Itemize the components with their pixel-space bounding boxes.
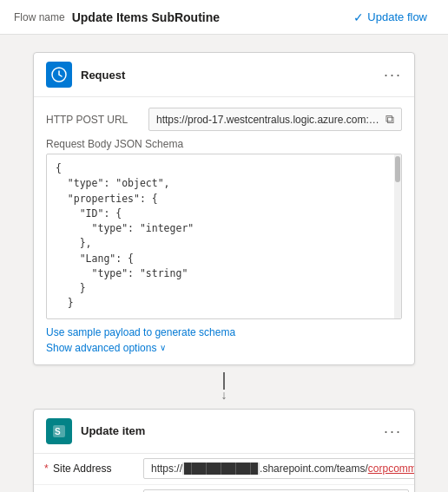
update-item-card-title: Update item: [81, 424, 145, 437]
json-schema-label: Request Body JSON Schema: [46, 138, 402, 150]
json-schema-box: { "type": "object", "properties": { "ID"…: [46, 154, 402, 319]
http-url-row: HTTP POST URL https://prod-17.westcentra…: [46, 108, 402, 131]
advanced-options-toggle[interactable]: Show advanced options ∨: [46, 342, 402, 354]
request-card-menu-icon[interactable]: ···: [384, 67, 402, 82]
connector-line: [223, 372, 225, 390]
json-scrollbar-thumb: [395, 156, 400, 182]
sample-payload-link[interactable]: Use sample payload to generate schema: [46, 326, 235, 338]
update-flow-label: Update flow: [367, 10, 427, 23]
header-left: Flow name Update Items SubRoutine: [14, 10, 220, 24]
form-field-label: * List Name: [34, 489, 138, 492]
form-field-label: * Site Address: [34, 457, 138, 480]
sharepoint-icon-svg: S: [51, 423, 67, 439]
update-item-card: S Update item ··· * Site Addresshttps://…: [33, 409, 415, 493]
json-content: { "type": "object", "properties": { "ID"…: [56, 161, 392, 312]
connector-arrow: ↓: [221, 365, 227, 409]
form-row: * Site Addresshttps://██████████.sharepo…: [34, 454, 414, 485]
form-row: * List NameMyCorp Tweets∨: [34, 485, 414, 493]
arrow-down-icon: ↓: [221, 388, 227, 402]
update-item-card-body: * Site Addresshttps://██████████.sharepo…: [34, 454, 414, 493]
request-card: Request ··· HTTP POST URL https://prod-1…: [33, 52, 415, 365]
update-item-card-header: S Update item ···: [34, 410, 414, 454]
app-header: Flow name Update Items SubRoutine ✓ Upda…: [0, 0, 448, 35]
request-card-title: Request: [81, 69, 125, 82]
flow-name-label: Flow name: [14, 11, 65, 23]
request-card-header-left: Request: [46, 62, 125, 88]
request-card-body: HTTP POST URL https://prod-17.westcentra…: [34, 97, 414, 364]
advanced-options-label: Show advanced options: [46, 342, 156, 354]
copy-icon[interactable]: ⧉: [385, 112, 394, 127]
http-url-value: https://prod-17.westcentralus.logic.azur…: [156, 114, 382, 126]
svg-text:S: S: [55, 427, 61, 436]
site-address-text: https://██████████.sharepoint.com/teams/…: [151, 462, 415, 475]
request-card-icon: [46, 62, 72, 88]
json-scrollbar[interactable]: [394, 154, 401, 318]
form-field-value-cell: https://██████████.sharepoint.com/teams/…: [138, 455, 415, 482]
request-card-header: Request ···: [34, 53, 414, 97]
dropdown-box[interactable]: https://██████████.sharepoint.com/teams/…: [143, 458, 415, 479]
canvas: Request ··· HTTP POST URL https://prod-1…: [0, 35, 448, 492]
update-flow-button[interactable]: ✓ Update flow: [346, 7, 434, 28]
checkmark-icon: ✓: [353, 10, 364, 24]
update-item-card-menu-icon[interactable]: ···: [384, 423, 402, 439]
http-url-value-box: https://prod-17.westcentralus.logic.azur…: [148, 108, 402, 131]
required-star: *: [44, 462, 51, 475]
request-icon-svg: [51, 67, 67, 82]
flow-title: Update Items SubRoutine: [72, 10, 220, 24]
sharepoint-icon: S: [46, 418, 72, 444]
chevron-down-icon: ∨: [160, 343, 166, 352]
form-field-value-cell: MyCorp Tweets∨: [138, 486, 414, 492]
http-url-label: HTTP POST URL: [46, 114, 142, 126]
update-item-header-left: S Update item: [46, 418, 145, 444]
